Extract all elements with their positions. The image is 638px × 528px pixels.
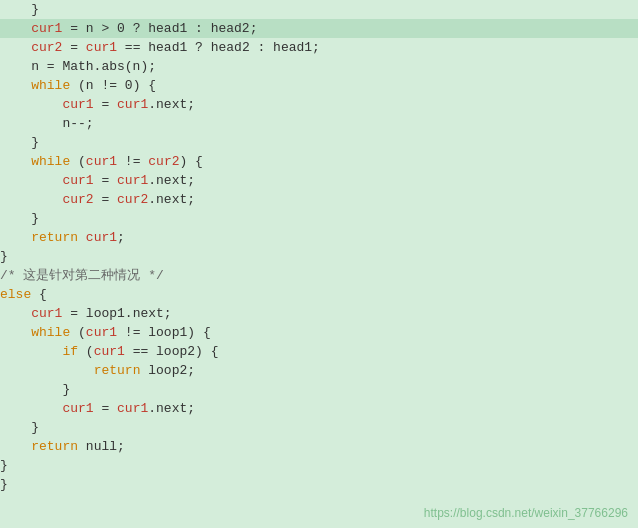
code-token: cur2 [62, 190, 93, 209]
code-token: cur1 [86, 152, 117, 171]
code-token: } [0, 247, 8, 266]
code-token [0, 190, 62, 209]
code-token: /* 这是针对第二种情况 */ [0, 266, 164, 285]
code-token [0, 437, 31, 456]
code-line: cur2 = cur1 == head1 ? head2 : head1; [0, 38, 638, 57]
code-token: } [0, 380, 70, 399]
code-token [0, 228, 31, 247]
code-token: } [0, 418, 39, 437]
code-line: n--; [0, 114, 638, 133]
code-token: = [62, 38, 85, 57]
code-token [0, 342, 62, 361]
code-token: null; [78, 437, 125, 456]
code-line: } [0, 380, 638, 399]
code-token: .next; [148, 171, 195, 190]
code-token: ; [117, 228, 125, 247]
code-token: = n > 0 ? head1 : head2; [62, 19, 257, 38]
code-token: { [31, 285, 47, 304]
code-line: } [0, 0, 638, 19]
code-token: } [0, 456, 8, 475]
code-token: cur2 [148, 152, 179, 171]
code-token: } [0, 209, 39, 228]
code-line: if (cur1 == loop2) { [0, 342, 638, 361]
code-token: .next; [148, 95, 195, 114]
code-token: else [0, 285, 31, 304]
code-token [0, 19, 31, 38]
code-lines: } cur1 = n > 0 ? head1 : head2; cur2 = c… [0, 0, 638, 494]
code-token: cur1 [62, 399, 93, 418]
code-token: cur1 [86, 228, 117, 247]
code-token: != loop1) { [117, 323, 211, 342]
code-token: = [94, 95, 117, 114]
code-token [78, 228, 86, 247]
code-line: return loop2; [0, 361, 638, 380]
code-token: cur1 [62, 171, 93, 190]
code-token [0, 152, 31, 171]
watermark: https://blog.csdn.net/weixin_37766296 [424, 506, 628, 520]
code-token: cur1 [62, 95, 93, 114]
code-token: ( [70, 152, 86, 171]
code-line: } [0, 209, 638, 228]
code-token: ) { [180, 152, 203, 171]
code-token: cur2 [31, 38, 62, 57]
code-token [0, 361, 94, 380]
code-line: return null; [0, 437, 638, 456]
code-token: cur1 [117, 95, 148, 114]
code-token: cur1 [31, 304, 62, 323]
code-line: cur1 = cur1.next; [0, 399, 638, 418]
code-line: n = Math.abs(n); [0, 57, 638, 76]
code-token [0, 399, 62, 418]
code-token: = [94, 399, 117, 418]
code-token: .next; [148, 399, 195, 418]
code-token: != [117, 152, 148, 171]
code-token: while [31, 323, 70, 342]
code-token: == head1 ? head2 : head1; [117, 38, 320, 57]
code-token: } [0, 133, 39, 152]
code-token: cur1 [117, 171, 148, 190]
code-line: while (cur1 != cur2) { [0, 152, 638, 171]
code-token: (n != 0) { [70, 76, 156, 95]
code-line: /* 这是针对第二种情况 */ [0, 266, 638, 285]
code-token [0, 95, 62, 114]
code-line: return cur1; [0, 228, 638, 247]
code-token: while [31, 76, 70, 95]
code-line: cur1 = cur1.next; [0, 171, 638, 190]
code-line: } [0, 456, 638, 475]
code-token: n = Math.abs(n); [0, 57, 156, 76]
code-line: } [0, 418, 638, 437]
code-line: while (cur1 != loop1) { [0, 323, 638, 342]
code-token: = [94, 171, 117, 190]
code-token: cur1 [94, 342, 125, 361]
code-token: = [94, 190, 117, 209]
code-line: cur1 = cur1.next; [0, 95, 638, 114]
code-token: return [94, 361, 141, 380]
code-token: cur1 [117, 399, 148, 418]
code-line: cur1 = n > 0 ? head1 : head2; [0, 19, 638, 38]
code-token: return [31, 437, 78, 456]
code-token [0, 171, 62, 190]
code-token: = loop1.next; [62, 304, 171, 323]
code-line: } [0, 475, 638, 494]
code-token: n--; [0, 114, 94, 133]
code-token: return [31, 228, 78, 247]
code-line: while (n != 0) { [0, 76, 638, 95]
code-token: cur1 [86, 323, 117, 342]
code-token: .next; [148, 190, 195, 209]
code-token: } [0, 0, 39, 19]
code-line: cur1 = loop1.next; [0, 304, 638, 323]
code-line: } [0, 247, 638, 266]
code-token: cur1 [31, 19, 62, 38]
code-container: } cur1 = n > 0 ? head1 : head2; cur2 = c… [0, 0, 638, 528]
code-token [0, 76, 31, 95]
code-token: ( [70, 323, 86, 342]
code-token: loop2; [140, 361, 195, 380]
code-token: while [31, 152, 70, 171]
code-token: if [62, 342, 78, 361]
code-token: } [0, 475, 8, 494]
code-token [0, 304, 31, 323]
code-line: cur2 = cur2.next; [0, 190, 638, 209]
code-token: cur1 [86, 38, 117, 57]
code-line: else { [0, 285, 638, 304]
code-token [0, 323, 31, 342]
code-token [0, 38, 31, 57]
